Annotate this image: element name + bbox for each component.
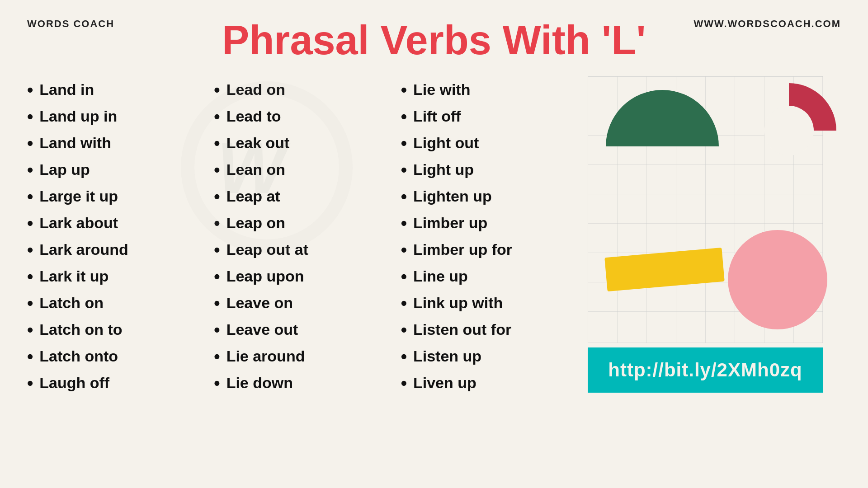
list-item: Land with (27, 130, 214, 156)
list-item: Lap up (27, 156, 214, 183)
pink-circle-shape (728, 230, 827, 329)
red-arc-shape (741, 83, 836, 178)
url-banner: http://bit.ly/2XMh0zq (588, 347, 823, 393)
list-item: Latch on (27, 290, 214, 316)
list-col3: Lie with Lift off Light out Light up Lig… (401, 76, 588, 396)
list-item: Land up in (27, 103, 214, 130)
list-item: Limber up for (401, 236, 588, 263)
list-item: Line up (401, 263, 588, 290)
list-item: Leap at (214, 183, 401, 210)
list-item: Laugh off (27, 370, 214, 396)
list-item: Lighten up (401, 183, 588, 210)
list-item: Large it up (27, 183, 214, 210)
list-item: Leave out (214, 316, 401, 343)
brand-right: WWW.WORDSCOACH.COM (693, 18, 841, 30)
column-3: Lie with Lift off Light out Light up Lig… (401, 76, 588, 396)
list-item: Listen out for (401, 316, 588, 343)
list-item: Lark about (27, 210, 214, 236)
svg-point-2 (764, 106, 814, 155)
list-item: Lie with (401, 76, 588, 103)
list-item: Lead on (214, 76, 401, 103)
list-item: Limber up (401, 210, 588, 236)
right-graphic: http://bit.ly/2XMh0zq (588, 76, 841, 393)
page-title: Phrasal Verbs With 'L' (0, 9, 868, 63)
list-item: Lead to (214, 103, 401, 130)
list-item: Light up (401, 156, 588, 183)
list-item: Land in (27, 76, 214, 103)
list-item: Link up with (401, 290, 588, 316)
column-2: Lead on Lead to Leak out Lean on Leap at… (214, 76, 401, 396)
list-item: Lark it up (27, 263, 214, 290)
list-item: Light out (401, 130, 588, 156)
list-item: Lift off (401, 103, 588, 130)
list-item: Lark around (27, 236, 214, 263)
brand-left: WORDS COACH (27, 18, 114, 30)
list-item: Lean on (214, 156, 401, 183)
list-item: Lie down (214, 370, 401, 396)
list-item: Lie around (214, 343, 401, 370)
list-item: Liven up (401, 370, 588, 396)
list-item: Leak out (214, 130, 401, 156)
list-col2: Lead on Lead to Leak out Lean on Leap at… (214, 76, 401, 396)
url-text[interactable]: http://bit.ly/2XMh0zq (608, 359, 802, 381)
list-item: Leap out at (214, 236, 401, 263)
content-area: Land in Land up in Land with Lap up Larg… (0, 76, 868, 396)
list-item: Leap on (214, 210, 401, 236)
column-1: Land in Land up in Land with Lap up Larg… (27, 76, 214, 396)
list-item: Latch on to (27, 316, 214, 343)
list-item: Listen up (401, 343, 588, 370)
list-item: Leap upon (214, 263, 401, 290)
list-col1: Land in Land up in Land with Lap up Larg… (27, 76, 214, 396)
list-item: Leave on (214, 290, 401, 316)
list-item: Latch onto (27, 343, 214, 370)
